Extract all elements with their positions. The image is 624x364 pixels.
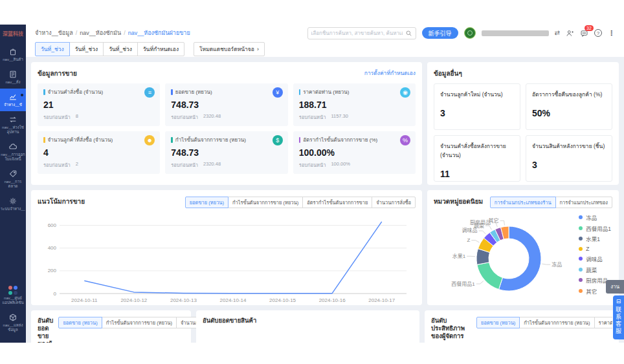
svg-text:0: 0 xyxy=(54,291,57,297)
tab-date-range-2[interactable]: วันที่_ช่วง xyxy=(69,42,104,56)
seller-metric-gross-profit[interactable]: กำไรขั้นต้นจากการขาย (หยวน) xyxy=(102,317,177,328)
stat-value: 3 xyxy=(440,108,514,118)
dashboard-mode-button[interactable]: โหมดแดชบอร์ดหน้าจอ › xyxy=(194,42,265,56)
legend-label: 厨房用品 xyxy=(586,276,608,284)
manager-metric-price[interactable]: ราคาต่อท่าน (หยวน) xyxy=(594,317,613,328)
sidebar-item-label: จำหาง__ข้ xyxy=(4,103,22,107)
stat-card-aftersale-orders: จำนวนคำสั่งซื้อหลังการขาย (จำนวน) 11 xyxy=(434,135,520,182)
manager-metric-sales[interactable]: ยอดขาย (หยวน) xyxy=(476,317,520,328)
search-input[interactable] xyxy=(311,30,403,36)
svg-text:400: 400 xyxy=(48,245,57,251)
legend-dot xyxy=(579,268,583,272)
tab-date-range-3[interactable]: วันที่_ช่วง xyxy=(103,42,138,56)
sidebar-item-data-source[interactable]: nav__แหล่งข้อมูล xyxy=(0,309,26,336)
sidebar-item-label: nav__การออกใบแจ้งหนี้ xyxy=(1,153,25,162)
sidebar-item-system[interactable]: ระบบจำหาง__ xyxy=(0,193,26,215)
svg-text:水果1: 水果1 xyxy=(452,253,466,259)
switch-account-icon[interactable]: ⇄ xyxy=(555,30,560,36)
svg-text:2024-10-17: 2024-10-17 xyxy=(368,297,395,303)
tab-date-custom[interactable]: วันที่กำหนดเอง xyxy=(137,42,184,56)
kpi-value: 188.71 xyxy=(299,100,410,110)
legend-item[interactable]: 调味品 xyxy=(579,255,611,262)
breadcrumb: จำหาง__ข้อมูล / nav__ห้องซักมัน / nav__ห… xyxy=(35,28,190,37)
bag-icon xyxy=(8,47,17,56)
sidebar-item-invoicing[interactable]: nav__การออกใบแจ้งหนี้ xyxy=(0,138,26,166)
category-type-store[interactable]: การจำแนกประเภทของร้าน xyxy=(490,197,556,208)
trend-metric-buttons: ยอดขาย (หยวน) กำไรขั้นต้นจากการขาย (หยวน… xyxy=(185,197,416,208)
svg-text:2024-10-12: 2024-10-12 xyxy=(120,297,147,303)
dashboard-content: ข้อมูลการขาย การตั้งค่าที่กำหนดเอง จำนวน… xyxy=(26,57,624,343)
legend-item[interactable]: 蔬菜 xyxy=(579,266,611,273)
sidebar-item-products[interactable]: nav__สินค้า xyxy=(0,43,26,66)
legend-dot xyxy=(579,215,583,219)
trend-metric-gross-margin[interactable]: อัตรากำไรขั้นต้นจากการขาย xyxy=(302,197,372,208)
panel-title: อันดับยอดขายของผู้ขาย xyxy=(38,317,53,343)
legend-item[interactable]: Z xyxy=(579,246,611,252)
invite-user-icon[interactable] xyxy=(566,29,574,37)
category-type-buttons: การจำแนกประเภทของร้าน การจำแนกประเภทของ xyxy=(490,197,612,208)
swap-arrows-icon xyxy=(8,115,17,124)
kpi-value: 748.73 xyxy=(171,147,282,158)
svg-text:西餐用品1: 西餐用品1 xyxy=(451,281,475,287)
sidebar: 深蓝科技 nav__สินค้า nav__สั่ง จำหาง__ข้ nav… xyxy=(0,25,26,343)
stat-value: 50% xyxy=(532,108,606,118)
global-search xyxy=(307,27,416,39)
price-icon: ◉ xyxy=(400,87,410,98)
main-area: จำหาง__ข้อมูล / nav__ห้องซักมัน / nav__ห… xyxy=(26,25,624,343)
breadcrumb-item[interactable]: จำหาง__ข้อมูล xyxy=(35,28,73,37)
sidebar-item-sales-data[interactable]: จำหาง__ข้ xyxy=(0,89,26,111)
legend-item[interactable]: 西餐用品1 xyxy=(579,224,611,232)
breadcrumb-item[interactable]: nav__ห้องซักมัน xyxy=(80,28,121,37)
trend-metric-order-count[interactable]: จำนวนการสั่งซื้อ xyxy=(372,197,416,208)
chart-icon xyxy=(8,92,17,102)
task-float-tab[interactable]: งาน xyxy=(606,280,624,294)
gear-icon xyxy=(8,197,17,206)
sidebar-item-orders[interactable]: nav__สั่ง xyxy=(0,66,26,89)
sidebar-item-supply-chain[interactable]: nav__ห่วงโซ่อุปทาน xyxy=(0,111,26,138)
legend-label: 西餐用品1 xyxy=(586,224,611,232)
beginner-guide-button[interactable]: 新手引导 xyxy=(422,27,458,39)
kpi-value: 748.73 xyxy=(171,100,282,110)
sidebar-item-label: nav__แหล่งข้อมูล xyxy=(1,323,25,332)
kebab-menu-icon[interactable]: ⋮ xyxy=(608,30,615,37)
svg-text:200: 200 xyxy=(48,268,57,273)
legend-dot xyxy=(579,247,583,251)
percent-icon: % xyxy=(400,135,410,145)
help-icon[interactable]: ? xyxy=(594,29,602,37)
legend-dot xyxy=(579,278,583,282)
sidebar-item-app-center[interactable]: nav__ศูนย์แอปพลิเคชัน xyxy=(0,282,26,309)
legend-dot xyxy=(579,226,583,230)
notification-dot xyxy=(21,94,23,96)
messages-icon[interactable]: 32 xyxy=(580,29,588,37)
stat-card-aftersale-items: จำนวนสินค้าหลังการขาย (ชิ้น) 3 xyxy=(526,135,612,182)
yuan-icon: ¥ xyxy=(273,87,283,98)
stat-card-new-customers: จำนวนลูกค้าใหม่ (จำนวน) 3 xyxy=(434,83,520,130)
app-window: 深蓝科技 nav__สินค้า nav__สั่ง จำหาง__ข้ nav… xyxy=(0,25,624,343)
customer-service-float-tab[interactable]: ⊟ 联系客服 xyxy=(613,295,624,339)
legend-label: 调味品 xyxy=(586,255,603,262)
panel-title: แนวโน้มการขาย xyxy=(38,197,85,206)
stat-value: 11 xyxy=(440,169,514,179)
manager-metric-gross-profit[interactable]: กำไรขั้นต้นจากการขาย (หยวน) xyxy=(519,317,594,328)
legend-dot xyxy=(579,257,583,261)
legend-item[interactable]: 水果1 xyxy=(579,235,611,242)
line-chart: 02004006002024-10-112024-10-122024-10-13… xyxy=(38,212,416,310)
category-type-platform[interactable]: การจำแนกประเภทของ xyxy=(555,197,612,208)
svg-text:2024-10-14: 2024-10-14 xyxy=(220,297,247,303)
trend-metric-sales[interactable]: ยอดขาย (หยวน) xyxy=(185,197,228,208)
tab-date-range-1[interactable]: วันที่_ช่วง xyxy=(35,42,70,56)
svg-text:厨房用品: 厨房用品 xyxy=(470,219,491,226)
breadcrumb-current: nav__ห้องซักมันฝ่ายขาย xyxy=(128,28,190,37)
search-icon[interactable] xyxy=(405,30,412,37)
avatar[interactable] xyxy=(464,27,476,39)
username-redacted xyxy=(482,30,549,36)
trend-metric-gross-profit[interactable]: กำไรขั้นต้นจากการขาย (หยวน) xyxy=(228,197,303,208)
panel-sales-data: ข้อมูลการขาย การตั้งค่าที่กำหนดเอง จำนวน… xyxy=(31,62,422,185)
top-bar: จำหาง__ข้อมูล / nav__ห้องซักมัน / nav__ห… xyxy=(26,25,624,41)
panel-sales-trend: แนวโน้มการขาย ยอดขาย (หยวน) กำไรขั้นต้นจ… xyxy=(31,190,422,305)
legend-item[interactable]: 冻品 xyxy=(579,213,611,221)
legend-label: Z xyxy=(586,246,589,252)
custom-settings-link[interactable]: การตั้งค่าที่กำหนดเอง xyxy=(364,69,416,78)
sidebar-item-marketing[interactable]: nav__การตลาด xyxy=(0,166,26,193)
seller-metric-sales[interactable]: ยอดขาย (หยวน) xyxy=(58,317,102,328)
